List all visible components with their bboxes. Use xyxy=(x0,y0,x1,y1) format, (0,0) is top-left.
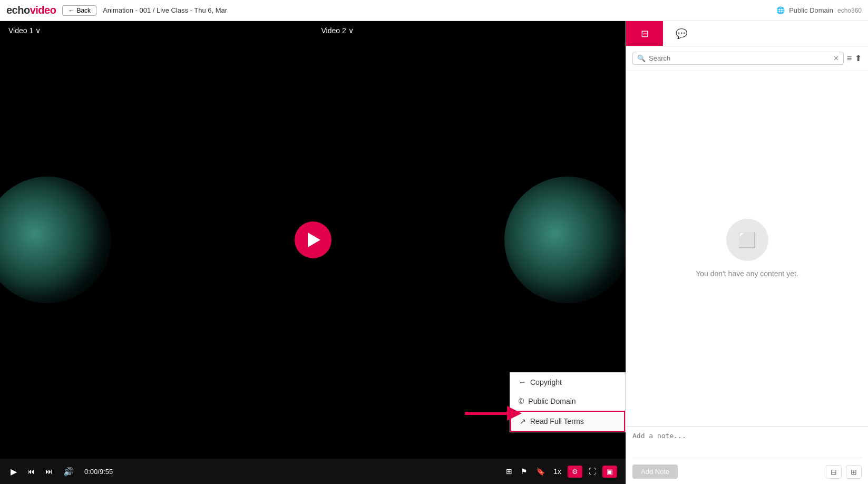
note-icon-2[interactable]: ⊞ xyxy=(846,465,862,479)
speed-button[interactable]: 1x xyxy=(551,466,563,477)
play-triangle-icon xyxy=(308,233,320,247)
main-container: Video 1 ∨ Video 2 ∨ xyxy=(0,21,868,484)
arrow-annotation xyxy=(465,412,507,415)
app-logo: echovideo xyxy=(6,4,56,16)
search-clear-icon[interactable]: ✕ xyxy=(833,54,839,62)
video-2-text: Video 2 xyxy=(321,26,346,35)
copyright-label: Copyright xyxy=(530,378,562,386)
video-1-chevron-icon: ∨ xyxy=(35,26,41,35)
settings-button[interactable]: ⚙ xyxy=(568,466,582,478)
globe-visual-left xyxy=(0,177,111,303)
video-label-left: Video 1 ∨ xyxy=(8,26,41,35)
fullscreen-button[interactable]: ⛶ xyxy=(587,466,598,477)
back-label: Back xyxy=(76,7,91,14)
note-icons: ⊟ ⊞ xyxy=(826,465,862,479)
video-content-left[interactable] xyxy=(0,21,313,459)
right-sidebar: ⊟ 💬 🔍 ✕ ≡ ⬆ ⬜ You don't have any content… xyxy=(626,21,868,484)
header-right: 🌐 Public Domain echo360 xyxy=(776,6,862,14)
echo360-logo: echo360 xyxy=(837,7,862,14)
slides-icon: ⊟ xyxy=(641,28,649,40)
public-domain-popup-label: Public Domain xyxy=(528,397,576,405)
search-input-wrap: 🔍 ✕ xyxy=(632,52,844,65)
breadcrumb: Animation - 001 / Live Class - Thu 6, Ma… xyxy=(103,6,227,14)
note-icon-1[interactable]: ⊟ xyxy=(826,465,842,479)
speed-label: 1x xyxy=(553,467,561,476)
note-input[interactable] xyxy=(632,432,862,458)
empty-state-text: You don't have any content yet. xyxy=(696,269,798,278)
read-full-terms-item[interactable]: ↗ Read Full Terms xyxy=(510,411,625,432)
back-arrow-icon: ← xyxy=(68,7,74,14)
chat-icon: 💬 xyxy=(676,28,687,40)
search-icon: 🔍 xyxy=(637,54,646,62)
public-domain-label: Public Domain xyxy=(789,6,833,14)
video-split: Video 1 ∨ Video 2 ∨ xyxy=(0,21,626,459)
note-area: Add Note ⊟ ⊞ xyxy=(626,426,868,484)
back-icon: ← xyxy=(519,378,526,386)
note-bottom: Add Note ⊟ ⊞ xyxy=(632,464,862,479)
copyright-item[interactable]: ← Copyright xyxy=(510,373,625,392)
app-header: echovideo ← Back Animation - 001 / Live … xyxy=(0,0,868,21)
add-note-button[interactable]: Add Note xyxy=(632,464,678,479)
video-controls: ▶ ⏮ ⏭ 🔊 0:00/9:55 ⊞ ⚑ 🔖 1x ⚙ ⛶ ▣ xyxy=(0,459,626,484)
upload-icon[interactable]: ⬆ xyxy=(855,53,862,63)
play-button[interactable] xyxy=(295,221,331,258)
public-domain-item[interactable]: © Public Domain xyxy=(510,392,625,411)
search-input[interactable] xyxy=(649,54,830,62)
logo-video: video xyxy=(30,4,56,16)
video-1-text: Video 1 xyxy=(8,26,33,35)
copyright-popup: ← Copyright © Public Domain ↗ Read Full … xyxy=(510,372,626,432)
globe-visual-right xyxy=(504,177,626,303)
back-button[interactable]: ← Back xyxy=(62,5,96,16)
flag-button[interactable]: ⚑ xyxy=(519,466,530,477)
sidebar-content: ⬜ You don't have any content yet. xyxy=(626,71,868,426)
read-full-terms-label: Read Full Terms xyxy=(530,417,584,425)
controls-right: ⊞ ⚑ 🔖 1x ⚙ ⛶ ▣ xyxy=(504,466,617,478)
volume-button[interactable]: 🔊 xyxy=(61,466,76,478)
tab-chat[interactable]: 💬 xyxy=(663,21,700,46)
empty-state-icon-wrapper: ⬜ xyxy=(726,219,768,261)
empty-content-icon: ⬜ xyxy=(738,231,756,249)
fast-forward-button[interactable]: ⏭ xyxy=(43,466,55,477)
globe-icon: 🌐 xyxy=(776,6,785,14)
video-area: Video 1 ∨ Video 2 ∨ xyxy=(0,21,626,484)
bookmark-button[interactable]: 🔖 xyxy=(534,466,547,477)
grid-view-button[interactable]: ⊞ xyxy=(504,466,514,477)
sidebar-tabs: ⊟ 💬 xyxy=(626,21,868,46)
time-display: 0:00/9:55 xyxy=(84,468,113,476)
sidebar-search: 🔍 ✕ ≡ ⬆ xyxy=(626,46,868,71)
rewind-button[interactable]: ⏮ xyxy=(25,466,37,477)
logo-echo: echo xyxy=(6,4,30,16)
video-label-right: Video 2 ∨ xyxy=(321,26,354,35)
copyright-circle-icon: © xyxy=(519,397,524,405)
video-2-chevron-icon: ∨ xyxy=(348,26,354,35)
layout-button[interactable]: ▣ xyxy=(602,466,617,478)
video-panel-left: Video 1 ∨ xyxy=(0,21,313,459)
arrow-head-icon xyxy=(507,406,522,421)
tab-slides[interactable]: ⊟ xyxy=(626,21,663,46)
play-pause-button[interactable]: ▶ xyxy=(8,466,19,478)
filter-icon[interactable]: ≡ xyxy=(847,54,852,63)
